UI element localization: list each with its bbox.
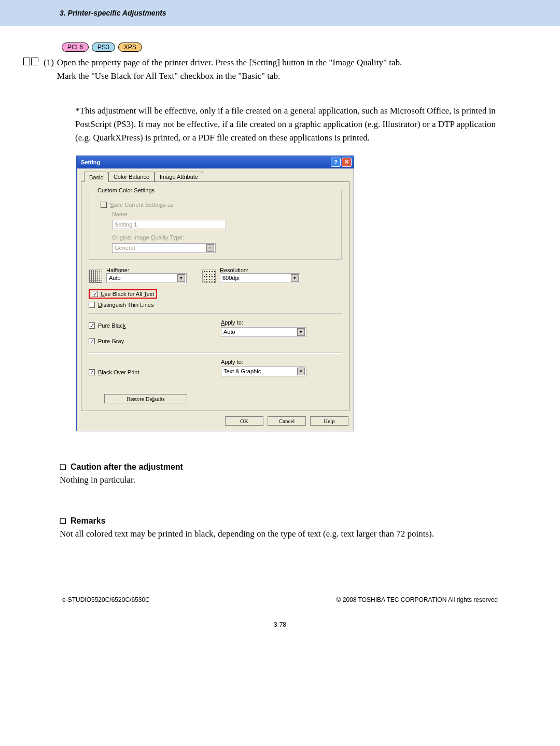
apply-to-1-label: Apply to: [221, 319, 342, 326]
pure-gray-row: Pure Gray [89, 338, 205, 344]
distinguish-row: Distinguish Thin Lines [89, 302, 342, 308]
apply-to-2-select[interactable]: Text & Graphic▾ [221, 367, 306, 376]
black-overprint-checkbox[interactable] [89, 369, 95, 375]
orig-type-select[interactable]: General▾ [112, 243, 216, 253]
use-black-highlight: Use Black for All Text [89, 289, 157, 299]
pill-pcl6: PCL6 [62, 43, 89, 52]
halftone-label: Halftone: [106, 267, 187, 273]
pure-black-label: Pure Black [98, 322, 125, 329]
use-black-checkbox[interactable] [92, 291, 98, 297]
save-settings-checkbox[interactable] [101, 202, 107, 208]
resolution-select[interactable]: 600dpi▾ [220, 273, 300, 283]
pure-gray-checkbox[interactable] [89, 338, 95, 344]
chevron-down-icon: ▾ [291, 274, 299, 282]
page-header: 3. Printer-specific Adjustments [0, 0, 560, 26]
pure-black-checkbox[interactable] [89, 322, 95, 329]
tabstrip: Basic Color Balance Image Attribute [77, 168, 354, 181]
black-overprint-label: Black Over Print [98, 369, 139, 375]
tab-basic[interactable]: Basic [84, 172, 108, 182]
toc-icons [23, 58, 38, 65]
close-icon[interactable]: ✕ [342, 158, 352, 167]
caution-head-text: Caution after the adjustment [71, 462, 183, 472]
use-black-label: Use Black for All Text [101, 291, 154, 297]
tab-body: Custom Color Settings Save Current Setti… [81, 181, 349, 411]
restore-defaults-button[interactable]: Restore Defaults [104, 394, 187, 403]
chevron-down-icon: ▾ [297, 328, 305, 336]
pure-gray-label: Pure Gray [98, 338, 124, 344]
setting-dialog: Setting ? ✕ Basic Color Balance Image At… [76, 156, 354, 431]
chevron-down-icon: ▾ [177, 274, 185, 282]
name-field-row: Setting 1 [106, 220, 335, 229]
pill-ps3: PS3 [92, 43, 115, 52]
footer-right: © 2008 TOSHIBA TEC CORPORATION All right… [337, 596, 498, 603]
pure-black-row: Pure Black [89, 322, 205, 329]
name-input[interactable]: Setting 1 [112, 220, 226, 229]
save-settings-label: Save Current Settings as [110, 202, 173, 208]
chevron-down-icon: ▾ [206, 244, 214, 252]
content-area: PCL6 PS3 XPS (1) Open the property page … [0, 26, 560, 539]
orig-select-row: General▾ [106, 243, 335, 253]
distinguish-checkbox[interactable] [89, 302, 95, 308]
orig-type-label: Original Image Quality Type: [112, 234, 184, 241]
help-icon[interactable]: ? [331, 158, 341, 167]
remarks-head-text: Remarks [71, 516, 106, 526]
cancel-button[interactable]: Cancel [268, 416, 306, 426]
halftone-icon [89, 270, 102, 283]
divider [89, 353, 342, 354]
custom-color-settings-group: Custom Color Settings Save Current Setti… [89, 187, 342, 260]
square-bullet-icon: ❏ [60, 517, 66, 525]
name-label: Name: [112, 211, 129, 217]
header-title: 3. Printer-specific Adjustments [60, 9, 166, 17]
square-bullet-icon: ❏ [60, 463, 66, 471]
ccs-legend: Custom Color Settings [95, 187, 157, 193]
resolution-icon [202, 270, 216, 283]
distinguish-label: Distinguish Thin Lines [98, 302, 153, 308]
tab-color-balance[interactable]: Color Balance [108, 172, 155, 181]
page-number: 3-78 [0, 621, 560, 628]
use-black-row: Use Black for All Text [89, 289, 342, 299]
toc-icon-2 [31, 58, 38, 65]
toc-icon-1 [23, 58, 30, 65]
save-settings-row: Save Current Settings as [101, 202, 335, 208]
apply-to-1-select[interactable]: Auto▾ [221, 327, 306, 337]
halftone-select[interactable]: Auto▾ [106, 273, 187, 283]
caution-heading: ❏ Caution after the adjustment [60, 462, 500, 472]
step-line1: Open the property page of the printer dr… [57, 56, 500, 69]
remarks-body: Not all colored text may be printed in b… [60, 529, 500, 539]
name-row: Name: [106, 211, 335, 217]
help-button[interactable]: Help [310, 416, 348, 426]
pill-xps: XPS [118, 43, 142, 52]
black-overprint-row: Black Over Print [89, 369, 205, 375]
driver-pill-row: PCL6 PS3 XPS [62, 43, 500, 52]
page-footer: e-STUDIO5520C/6520C/6530C © 2008 TOSHIBA… [0, 596, 560, 619]
step-line2: Mark the "Use Black for All Text" checkb… [57, 69, 500, 83]
chevron-down-icon: ▾ [297, 368, 305, 375]
dialog-button-bar: OK Cancel Help [77, 414, 354, 431]
divider [89, 313, 342, 314]
dialog-titlebar: Setting ? ✕ [77, 156, 354, 168]
footer-left: e-STUDIO5520C/6520C/6530C [62, 596, 150, 603]
ok-button[interactable]: OK [225, 416, 263, 426]
resolution-label: Resolution: [220, 267, 300, 273]
dialog-title: Setting [81, 159, 100, 165]
apply-to-2-label: Apply to: [221, 359, 342, 365]
note-block: *This adjustment will be effective, only… [75, 104, 500, 145]
step-1: (1) Open the property page of the printe… [23, 56, 500, 83]
orig-label-row: Original Image Quality Type: [106, 234, 335, 241]
step-number: (1) [44, 56, 54, 69]
note-text: This adjustment will be effective, only … [75, 106, 496, 143]
tab-image-attribute[interactable]: Image Attribute [155, 172, 203, 181]
note-star: * [75, 106, 80, 116]
remarks-heading: ❏ Remarks [60, 516, 500, 526]
caution-body: Nothing in particular. [60, 475, 500, 485]
